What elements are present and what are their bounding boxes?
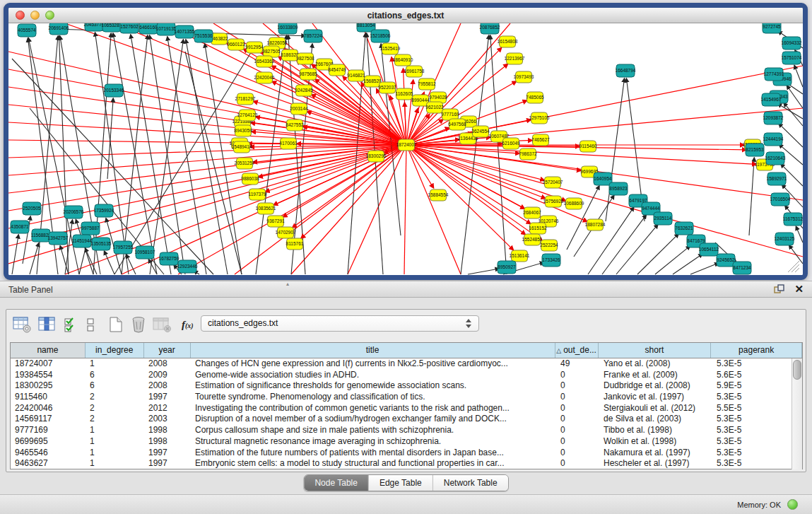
network-canvas[interactable]: 1872400774638229660123991295418226058982… <box>8 23 803 275</box>
svg-text:9272745: 9272745 <box>763 24 781 29</box>
function-builder-icon[interactable]: f(x) <box>182 319 194 331</box>
svg-text:12444194: 12444194 <box>763 136 784 141</box>
cell: 19384554 <box>11 370 86 381</box>
svg-text:20691406: 20691406 <box>49 25 69 30</box>
show-columns-icon[interactable] <box>38 317 57 333</box>
float-panel-icon[interactable] <box>774 284 784 295</box>
memory-status-indicator <box>787 499 798 510</box>
table-panel-header: Table Panel ✕ <box>0 281 812 298</box>
column-header-in_degree[interactable]: in_degree <box>86 343 144 358</box>
cell: 1998 <box>144 425 191 436</box>
table-row[interactable]: 1938455462009Genome-wide association stu… <box>11 370 802 381</box>
cell: 9699695 <box>11 436 86 448</box>
cell: Tibbo et al. (1998) <box>599 425 712 436</box>
cell: 5.3E-5 <box>712 448 776 459</box>
cell: Embryonic stem cells: a model to study s… <box>191 458 556 469</box>
svg-text:9115460: 9115460 <box>579 144 597 148</box>
window-title: citations_edges.txt <box>367 11 445 21</box>
window-titlebar[interactable]: citations_edges.txt <box>8 8 803 23</box>
svg-text:9777169: 9777169 <box>441 112 459 117</box>
table-row[interactable]: 946362711997Embryonic stem cells: a mode… <box>11 458 802 469</box>
cell: 18724007 <box>11 358 86 370</box>
table-body: 1872400712008Changes of HCN gene express… <box>11 358 802 469</box>
svg-text:18724007: 18724007 <box>396 142 417 147</box>
table-row[interactable]: 2242004622012Investigating the contribut… <box>11 403 802 414</box>
table-row[interactable]: 977716911998Corpus callosum shape and si… <box>11 425 802 436</box>
column-header-pagerank[interactable]: pagerank <box>711 343 802 358</box>
cell: Disruption of a novel member of a sodium… <box>191 414 556 425</box>
svg-text:1733426: 1733426 <box>542 257 560 262</box>
svg-text:15136141: 15136141 <box>510 253 530 258</box>
citation-network-graph[interactable]: 1872400774638229660123991295418226058982… <box>8 23 803 275</box>
svg-text:16154808: 16154808 <box>498 39 518 44</box>
tab-node-table[interactable]: Node Table <box>304 475 369 491</box>
cell: 0 <box>556 392 599 403</box>
svg-text:12975105: 12975105 <box>529 115 550 120</box>
table-row[interactable]: 1830029562008Estimation of significance … <box>11 380 802 392</box>
cell: 2 <box>86 403 144 414</box>
cell: Tourette syndrome. Phenomenology and cla… <box>191 392 556 403</box>
svg-text:10973493: 10973493 <box>514 74 534 79</box>
svg-text:15892971: 15892971 <box>767 176 787 181</box>
cell: 0 <box>556 370 599 381</box>
svg-text:7857224: 7857224 <box>304 33 322 38</box>
svg-text:3624554: 3624554 <box>471 129 490 134</box>
scrollbar-thumb[interactable] <box>793 360 801 380</box>
svg-text:18807284: 18807284 <box>585 222 606 227</box>
svg-text:14154967: 14154967 <box>761 97 782 102</box>
svg-text:9794028: 9794028 <box>429 95 447 100</box>
cell: 9777169 <box>11 425 86 436</box>
table-row[interactable]: 1872400712008Changes of HCN gene express… <box>11 358 802 370</box>
cell: 5.3E-5 <box>712 436 776 448</box>
table-settings-icon[interactable] <box>13 317 32 333</box>
network-select-dropdown[interactable]: citations_edges.txt <box>201 315 479 332</box>
status-bar: Memory: OK <box>0 494 812 514</box>
svg-text:20876852: 20876852 <box>480 25 500 30</box>
svg-text:2003144: 2003144 <box>290 106 308 111</box>
svg-text:7986372: 7986372 <box>519 151 537 156</box>
table-header-row: namein_degreeyeartitle△out_de...shortpag… <box>11 343 802 358</box>
svg-text:16543362: 16543362 <box>254 59 275 64</box>
cell: de Silva et al. (2003) <box>599 414 712 425</box>
svg-text:9621022: 9621022 <box>425 105 444 110</box>
svg-text:17957255: 17957255 <box>113 245 134 250</box>
close-window-button[interactable] <box>16 11 25 20</box>
select-mode-icon[interactable] <box>64 317 79 333</box>
table-row[interactable]: 1456911722003Disruption of a novel membe… <box>11 414 802 425</box>
minimize-window-button[interactable] <box>30 11 40 20</box>
column-header-short[interactable]: short <box>599 343 712 358</box>
svg-text:15756928: 15756928 <box>543 199 564 204</box>
column-header-year[interactable]: year <box>144 343 191 358</box>
svg-text:11525419: 11525419 <box>380 46 401 51</box>
row-layout-icon[interactable] <box>86 317 95 333</box>
tab-network-table[interactable]: Network Table <box>433 475 508 491</box>
table-row[interactable]: 969969511998Structural magnetic resonanc… <box>11 436 802 448</box>
svg-text:8990444: 8990444 <box>411 98 430 103</box>
svg-text:1640954: 1640954 <box>594 176 612 181</box>
zoom-window-button[interactable] <box>45 11 54 20</box>
svg-text:7485065: 7485065 <box>526 95 544 100</box>
svg-text:8471679: 8471679 <box>687 238 705 243</box>
svg-text:7515536: 7515536 <box>194 33 213 38</box>
svg-text:20531257: 20531257 <box>235 160 255 165</box>
svg-text:7465627: 7465627 <box>531 137 550 142</box>
cell: 1 <box>86 358 144 370</box>
table-panel-title: Table Panel <box>8 285 53 295</box>
svg-text:12774391: 12774391 <box>764 71 784 76</box>
cell: Hescheler et al. (1997) <box>599 458 712 469</box>
delete-trash-icon[interactable] <box>131 316 146 333</box>
column-header-name[interactable]: name <box>11 343 86 358</box>
splitter-handle[interactable]: ▴ <box>286 282 295 286</box>
new-table-icon[interactable] <box>107 316 124 333</box>
svg-text:9975887: 9975887 <box>81 226 100 230</box>
table-row[interactable]: 946554611997Estimation of the future num… <box>11 448 802 459</box>
svg-text:8813054: 8813054 <box>357 23 375 28</box>
svg-text:10653287: 10653287 <box>102 23 122 28</box>
column-header-title[interactable]: title <box>191 343 555 358</box>
tab-edge-table[interactable]: Edge Table <box>369 475 433 491</box>
column-header-out_de[interactable]: △out_de... <box>555 343 599 358</box>
table-vertical-scrollbar[interactable] <box>792 358 802 469</box>
svg-text:15751074: 15751074 <box>782 55 802 60</box>
table-row[interactable]: 911546021997Tourette syndrome. Phenomeno… <box>11 392 802 403</box>
close-panel-icon[interactable]: ✕ <box>794 284 804 295</box>
